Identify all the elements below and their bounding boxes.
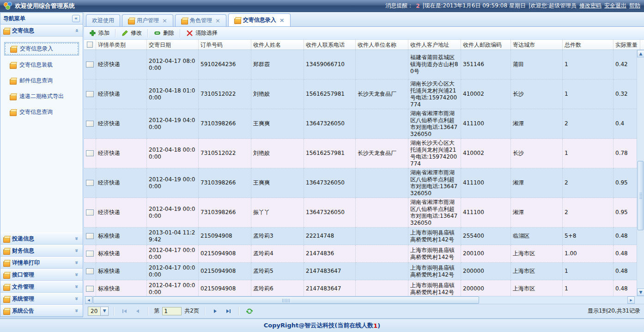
cell-text: 刘艳姣	[253, 91, 302, 98]
help-link[interactable]: 帮助	[629, 2, 640, 10]
column-header-8[interactable]: 寄达城市	[511, 40, 563, 49]
sidebar-section-4[interactable]: 文件管理»	[0, 281, 83, 293]
scroll-left-button[interactable]: ◂	[85, 296, 92, 304]
column-header-6[interactable]: 收件人客户地址	[408, 40, 461, 49]
tab-3[interactable]: 交寄信息录入×	[228, 13, 291, 26]
column-header-7[interactable]: 收件人邮政编码	[461, 40, 511, 49]
cell-phone: 21474836	[304, 245, 356, 263]
table-row-4[interactable]: 经济快递2012-04-19 00:00:007310398266王爽爽1364…	[84, 168, 644, 198]
horizontal-scroll-thumb[interactable]	[93, 296, 479, 304]
scroll-up-button[interactable]: ▲	[637, 50, 644, 57]
table-row-0[interactable]: 经济快递2012-04-17 08:00:005910264236郑群霞1345…	[84, 50, 644, 80]
table-row-2[interactable]: 经济快递2012-04-19 04:00:007310398266王爽爽1364…	[84, 109, 644, 139]
sidebar-section-1[interactable]: 财务信息»	[0, 245, 83, 257]
sidebar-item-1[interactable]: 交寄信息装载	[4, 59, 79, 71]
cell-order_no: 7310512022	[199, 80, 251, 109]
row-checkbox[interactable]	[86, 91, 94, 97]
tab-close-icon[interactable]: ×	[162, 17, 167, 24]
sidebar-item-4[interactable]: 交寄信息查询	[4, 106, 79, 118]
select-all-checkbox[interactable]	[87, 42, 93, 48]
cell-address: 上海市崇明县庙镇高桥爱民村142号	[408, 263, 461, 280]
cell-text: 2012-04-19 00:00:00	[149, 176, 196, 190]
refresh-button[interactable]	[244, 306, 255, 316]
delete-button[interactable]: 删除	[151, 28, 177, 38]
vertical-scrollbar[interactable]: ▲ ▼	[637, 50, 644, 296]
table-row-1[interactable]: 经济快递2012-04-18 01:00:007310512022刘艳姣1561…	[84, 80, 644, 109]
chevron-down-icon[interactable]: »	[73, 283, 80, 290]
column-header-2[interactable]: 订单号码	[199, 40, 251, 49]
sidebar-section-5[interactable]: 系统管理»	[0, 293, 83, 305]
cell-text: 255400	[463, 233, 509, 240]
package-icon	[3, 296, 10, 302]
table-row-3[interactable]: 经济快递2012-04-18 00:00:007310512022刘艳姣1561…	[84, 139, 644, 168]
column-header-3[interactable]: 收件人姓名	[251, 40, 304, 49]
sidebar-collapse-button[interactable]: «	[72, 15, 80, 22]
column-header-10[interactable]: 实际重量	[614, 40, 640, 49]
row-checkbox[interactable]	[86, 61, 94, 68]
row-checkbox[interactable]	[86, 268, 94, 274]
table-row-6[interactable]: 标准快递2013-01-04 11:29:42215094908孟玲莉32221…	[84, 227, 644, 245]
edit-button[interactable]: 修改	[118, 28, 145, 38]
tab-2[interactable]: 角色管理×	[175, 14, 226, 26]
column-header-4[interactable]: 收件人联系电话	[304, 40, 356, 49]
column-header-9[interactable]: 总件数	[563, 40, 614, 49]
sidebar-section-3[interactable]: 接口管理»	[0, 269, 83, 281]
cell-text: 0.95	[615, 179, 638, 186]
scroll-down-button[interactable]: ▼	[637, 289, 644, 296]
add-button[interactable]: 添加	[86, 28, 113, 38]
column-header-1[interactable]: 交寄日期	[147, 40, 199, 49]
pager-separator	[114, 307, 115, 315]
vertical-scroll-thumb[interactable]	[638, 161, 644, 230]
last-page-button[interactable]	[223, 306, 233, 316]
table-row-7[interactable]: 标准快递2012-04-17 00:00:000215094908孟玲莉4214…	[84, 245, 644, 263]
chevron-up-icon[interactable]: »	[73, 27, 80, 34]
row-checkbox[interactable]	[86, 286, 94, 292]
table-row-8[interactable]: 标准快递2012-04-17 00:00:000215094908孟玲莉5214…	[84, 263, 644, 280]
chevron-down-icon[interactable]: »	[73, 247, 80, 254]
tab-close-icon[interactable]: ×	[279, 17, 285, 24]
cell-company	[356, 50, 408, 80]
table-row-5[interactable]: 经济快递2012-04-19 00:00:007310398266振丫丫1364…	[84, 198, 644, 227]
horizontal-scrollbar[interactable]: ◂ ▸	[84, 296, 644, 304]
clear-selection-button[interactable]: 清除选择	[183, 28, 221, 38]
copyright-text: CopyRight@智云达科技(当前在线人数	[264, 321, 373, 330]
sidebar-item-3[interactable]: 速递二期格式导出	[4, 90, 79, 103]
row-checkbox[interactable]	[86, 121, 94, 127]
column-header-0[interactable]: 详情单类别	[96, 40, 147, 49]
cell-text: 0.4	[615, 120, 638, 127]
sidebar-section-2[interactable]: 详情单打印»	[0, 257, 83, 269]
chevron-down-icon[interactable]: »	[73, 295, 80, 302]
chevron-down-icon[interactable]: »	[73, 271, 80, 278]
scroll-right-button[interactable]: ▸	[627, 296, 635, 304]
row-checkbox[interactable]	[86, 150, 94, 156]
tab-1[interactable]: 用户管理×	[122, 14, 173, 26]
chevron-down-icon[interactable]: »	[73, 259, 80, 266]
first-page-button[interactable]	[120, 306, 130, 316]
chevron-down-icon[interactable]: »	[73, 235, 80, 242]
chevron-down-icon[interactable]: »	[73, 307, 80, 314]
table-row-9[interactable]: 标准快递2012-04-17 00:00:000215094908孟玲莉6214…	[84, 280, 644, 296]
row-checkbox[interactable]	[86, 251, 94, 257]
cell-text: 2012-04-19 00:00:00	[149, 206, 196, 220]
row-checkbox-cell	[84, 109, 96, 139]
package-icon	[181, 18, 188, 24]
column-header-5[interactable]: 收件人单位名称	[356, 40, 408, 49]
logout-link[interactable]: 安全退出	[604, 2, 626, 10]
sidebar-section-6[interactable]: 系统公告»	[0, 305, 83, 317]
row-checkbox[interactable]	[86, 209, 94, 215]
tab-close-icon[interactable]: ×	[215, 17, 220, 24]
row-checkbox[interactable]	[86, 233, 94, 239]
previous-page-button[interactable]	[133, 306, 143, 316]
row-checkbox[interactable]	[86, 180, 94, 186]
tab-0[interactable]: 欢迎使用	[86, 14, 120, 26]
cell-order_no: 0215094908	[199, 245, 251, 263]
sidebar-item-0[interactable]: 交寄信息录入	[4, 42, 79, 55]
sidebar-section-expanded[interactable]: 交寄信息 »	[0, 25, 83, 37]
next-page-button[interactable]	[210, 306, 220, 316]
page-size-select[interactable]: 20 ▼	[88, 307, 109, 316]
sidebar-section-0[interactable]: 投递信息»	[0, 233, 83, 245]
sidebar-item-2[interactable]: 邮件信息查询	[4, 74, 79, 87]
message-count-badge[interactable]: 2	[416, 3, 419, 9]
change-password-link[interactable]: 修改密码	[579, 2, 601, 10]
page-number-input[interactable]	[162, 307, 182, 315]
